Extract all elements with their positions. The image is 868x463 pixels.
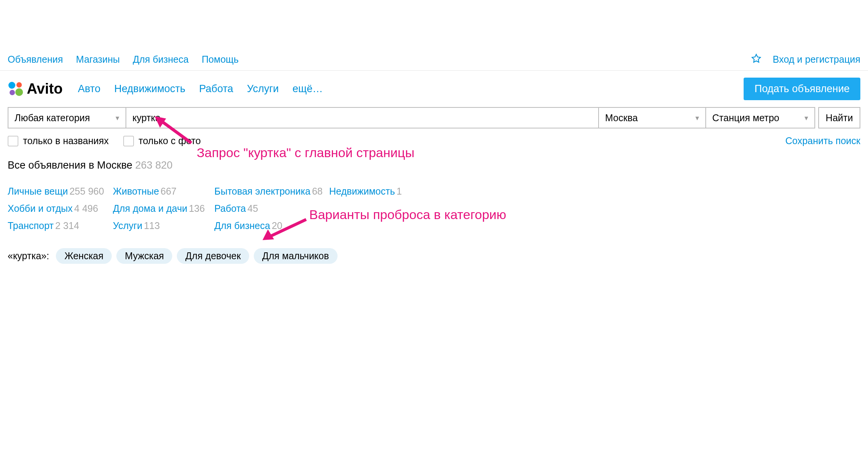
category-count: 68 xyxy=(312,186,323,197)
svg-point-2 xyxy=(16,82,22,88)
category-count: 45 xyxy=(248,203,258,214)
nav-links: Авто Недвижимость Работа Услуги ещё… xyxy=(78,83,744,95)
category-count: 4 496 xyxy=(74,203,98,214)
favorites-star-icon[interactable] xyxy=(751,54,761,65)
results-heading-count: 263 820 xyxy=(135,159,173,171)
results-heading-text: Все объявления в Москве xyxy=(8,159,132,171)
category-item: Недвижимость1 xyxy=(329,186,444,197)
toplink-business[interactable]: Для бизнеса xyxy=(133,54,189,65)
svg-point-3 xyxy=(10,90,15,95)
chips-label: «куртка»: xyxy=(8,250,49,262)
nav-more[interactable]: ещё… xyxy=(292,83,323,95)
category-item: Услуги113 xyxy=(113,220,214,231)
checkbox-with-photo[interactable]: только с фото xyxy=(123,135,201,146)
category-count: 255 960 xyxy=(69,186,104,197)
svg-marker-0 xyxy=(752,54,760,62)
login-link[interactable]: Вход и регистрация xyxy=(773,54,860,65)
category-item: Личные вещи255 960 xyxy=(8,186,113,197)
checkbox-box-icon xyxy=(123,136,134,146)
logo-text: Avito xyxy=(27,81,63,97)
category-item xyxy=(329,203,444,214)
category-count: 113 xyxy=(144,220,160,231)
toplink-ads[interactable]: Объявления xyxy=(8,54,63,65)
category-item: Для дома и дачи136 xyxy=(113,203,214,214)
topbar-left: Объявления Магазины Для бизнеса Помощь xyxy=(8,54,238,65)
search-input[interactable] xyxy=(132,112,592,123)
logo[interactable]: Avito xyxy=(8,81,63,97)
nav-services[interactable]: Услуги xyxy=(247,83,279,95)
category-item: Работа45 xyxy=(214,203,329,214)
chips-row: «куртка»: Женская Мужская Для девочек Дл… xyxy=(0,231,868,264)
chevron-down-icon: ▾ xyxy=(804,114,808,122)
filter-row: только в названиях только с фото Сохрани… xyxy=(0,128,868,146)
category-link[interactable]: Бытовая электроника xyxy=(214,186,310,197)
topbar-right: Вход и регистрация xyxy=(751,54,860,65)
chip-women[interactable]: Женская xyxy=(56,248,112,264)
svg-point-1 xyxy=(8,82,15,89)
category-link[interactable]: Животные xyxy=(113,186,159,197)
category-item: Для бизнеса20 xyxy=(214,220,329,231)
category-link[interactable]: Услуги xyxy=(113,220,142,231)
chevron-down-icon: ▾ xyxy=(116,114,119,122)
toplink-help[interactable]: Помощь xyxy=(202,54,239,65)
category-count: 1 xyxy=(396,186,402,197)
category-select[interactable]: Любая категория ▾ xyxy=(8,107,126,128)
nav-jobs[interactable]: Работа xyxy=(199,83,233,95)
checkbox-titles-only[interactable]: только в названиях xyxy=(8,135,109,146)
logo-mark-icon xyxy=(8,81,24,97)
save-search-link[interactable]: Сохранить поиск xyxy=(785,135,860,146)
category-count: 136 xyxy=(189,203,205,214)
category-count: 2 314 xyxy=(55,220,79,231)
search-button[interactable]: Найти xyxy=(818,107,860,128)
category-item: Животные667 xyxy=(113,186,214,197)
category-grid: Личные вещи255 960 Животные667 Бытовая э… xyxy=(0,171,868,231)
svg-point-4 xyxy=(15,88,23,96)
checkbox-box-icon xyxy=(8,136,18,146)
nav-auto[interactable]: Авто xyxy=(78,83,101,95)
category-link[interactable]: Для бизнеса xyxy=(214,220,270,231)
category-count: 667 xyxy=(161,186,177,197)
category-link[interactable]: Транспорт xyxy=(8,220,54,231)
nav-realty[interactable]: Недвижимость xyxy=(114,83,185,95)
category-select-value: Любая категория xyxy=(15,112,90,123)
category-link[interactable]: Личные вещи xyxy=(8,186,68,197)
category-link[interactable]: Работа xyxy=(214,203,246,214)
search-input-wrap xyxy=(126,107,599,128)
checkbox-label: только с фото xyxy=(139,135,201,146)
topbar: Объявления Магазины Для бизнеса Помощь В… xyxy=(0,54,868,71)
search-row: Любая категория ▾ Москва ▾ Станция метро… xyxy=(0,107,868,128)
chevron-down-icon: ▾ xyxy=(695,114,699,122)
category-item: Транспорт2 314 xyxy=(8,220,113,231)
checkbox-label: только в названиях xyxy=(23,135,109,146)
category-item: Хобби и отдых4 496 xyxy=(8,203,113,214)
city-select-value: Москва xyxy=(605,112,638,123)
category-link[interactable]: Хобби и отдых xyxy=(8,203,73,214)
chip-men[interactable]: Мужская xyxy=(116,248,172,264)
category-link[interactable]: Недвижимость xyxy=(329,186,395,197)
metro-select-value: Станция метро xyxy=(712,112,779,123)
category-link[interactable]: Для дома и дачи xyxy=(113,203,187,214)
results-heading: Все объявления в Москве 263 820 xyxy=(0,146,868,171)
category-item: Бытовая электроника68 xyxy=(214,186,329,197)
post-ad-button[interactable]: Подать объявление xyxy=(744,78,860,100)
city-select[interactable]: Москва ▾ xyxy=(599,107,706,128)
metro-select[interactable]: Станция метро ▾ xyxy=(706,107,815,128)
chip-boys[interactable]: Для мальчиков xyxy=(254,248,337,264)
chip-girls[interactable]: Для девочек xyxy=(177,248,249,264)
nav-row: Avito Авто Недвижимость Работа Услуги ещ… xyxy=(0,71,868,107)
toplink-shops[interactable]: Магазины xyxy=(76,54,120,65)
category-item xyxy=(329,220,444,231)
category-count: 20 xyxy=(272,220,282,231)
